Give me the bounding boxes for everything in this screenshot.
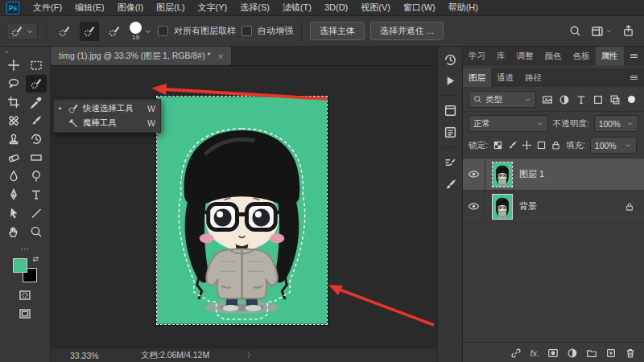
layer-style-button[interactable]: fx. bbox=[530, 348, 539, 358]
eyedropper-tool[interactable] bbox=[26, 93, 47, 111]
add-layer-mask-icon[interactable] bbox=[547, 348, 559, 359]
share-icon[interactable] bbox=[622, 25, 634, 37]
lock-artboard-icon[interactable] bbox=[536, 140, 547, 150]
tab-channels[interactable]: 通道 bbox=[491, 68, 519, 87]
tab-adjustments[interactable]: 调整 bbox=[511, 47, 539, 65]
brush-size-picker[interactable]: 19 bbox=[130, 22, 152, 41]
new-group-icon[interactable] bbox=[586, 348, 597, 359]
screen-mode-button[interactable] bbox=[19, 307, 31, 320]
hand-tool[interactable] bbox=[3, 223, 24, 241]
tab-libraries[interactable]: 库 bbox=[491, 47, 511, 65]
brush-tool[interactable] bbox=[26, 112, 47, 130]
blend-mode-dropdown[interactable]: 正常 bbox=[469, 115, 548, 132]
menu-file[interactable]: 文件(F) bbox=[27, 0, 68, 15]
line-tool[interactable] bbox=[26, 204, 47, 222]
panel-menu-icon[interactable] bbox=[629, 72, 644, 83]
foreground-color-swatch[interactable] bbox=[13, 258, 27, 273]
layer-name[interactable]: 背景 bbox=[519, 200, 537, 212]
history-panel-icon[interactable] bbox=[444, 53, 457, 67]
layer-thumbnail[interactable] bbox=[493, 162, 512, 187]
close-icon[interactable]: × bbox=[218, 51, 223, 61]
visibility-toggle[interactable] bbox=[463, 191, 485, 222]
sample-all-layers-checkbox[interactable] bbox=[158, 26, 168, 36]
path-selection-tool[interactable] bbox=[3, 204, 24, 222]
layer-name[interactable]: 图层 1 bbox=[519, 168, 544, 180]
fill-dropdown[interactable]: 100% bbox=[590, 137, 637, 154]
select-subject-button[interactable]: 选择主体 bbox=[310, 22, 365, 40]
tab-properties[interactable]: 属性 bbox=[596, 47, 624, 65]
select-and-mask-button[interactable]: 选择并遮住 ... bbox=[370, 22, 444, 40]
tab-paths[interactable]: 路径 bbox=[519, 68, 547, 87]
dodge-tool[interactable] bbox=[26, 167, 47, 185]
menu-window[interactable]: 窗口(W) bbox=[397, 0, 442, 15]
layer-row-background[interactable]: 背景 bbox=[463, 191, 644, 223]
visibility-toggle[interactable] bbox=[463, 158, 485, 190]
brush-settings-panel-icon[interactable] bbox=[444, 156, 457, 170]
crop-tool[interactable] bbox=[3, 93, 24, 111]
flyout-item-magic-wand[interactable]: 魔棒工具 W bbox=[54, 116, 160, 130]
menu-view[interactable]: 视图(V) bbox=[354, 0, 397, 15]
paragraph-panel-icon[interactable] bbox=[444, 125, 457, 139]
status-chevron[interactable]: 〉 bbox=[246, 350, 255, 361]
lock-all-icon[interactable] bbox=[551, 140, 561, 150]
blur-tool[interactable] bbox=[3, 167, 24, 185]
filter-shape-layers-icon[interactable] bbox=[592, 94, 604, 105]
opacity-dropdown[interactable]: 100% bbox=[594, 115, 638, 132]
link-layers-icon[interactable] bbox=[510, 348, 522, 359]
flyout-item-quick-selection[interactable]: • 快速选择工具 W bbox=[54, 101, 160, 116]
brushes-panel-icon[interactable] bbox=[444, 178, 457, 191]
canvas-pasteboard[interactable]: • 快速选择工具 W 魔棒工具 W bbox=[51, 66, 437, 348]
quick-mask-mode-button[interactable] bbox=[19, 289, 31, 302]
filter-type-layers-icon[interactable] bbox=[576, 94, 587, 105]
filter-pixel-layers-icon[interactable] bbox=[542, 94, 553, 105]
layer-filter-toggle[interactable] bbox=[628, 96, 635, 103]
tab-swatches[interactable]: 色板 bbox=[568, 47, 596, 65]
character-panel-icon[interactable] bbox=[444, 104, 457, 117]
healing-brush-tool[interactable] bbox=[3, 112, 24, 130]
layer-filter-type-dropdown[interactable]: 类型 bbox=[469, 91, 536, 108]
history-brush-tool[interactable] bbox=[26, 130, 47, 148]
swap-colors-icon[interactable]: ⇄ bbox=[32, 255, 39, 263]
workspace-switcher[interactable] bbox=[591, 25, 613, 38]
new-layer-icon[interactable] bbox=[605, 348, 617, 359]
layer-row-layer1[interactable]: 图层 1 bbox=[463, 158, 644, 191]
type-tool[interactable] bbox=[26, 186, 47, 204]
lock-position-icon[interactable] bbox=[522, 140, 532, 150]
tab-layers[interactable]: 图层 bbox=[463, 68, 491, 87]
toolbar-collapse-handle[interactable]: » bbox=[0, 49, 8, 55]
filter-adjustment-layers-icon[interactable] bbox=[559, 94, 570, 105]
tab-color[interactable]: 颜色 bbox=[539, 47, 568, 65]
edit-toolbar-button[interactable]: ⋯ bbox=[21, 244, 30, 254]
menu-type[interactable]: 文字(Y) bbox=[192, 0, 234, 15]
clone-stamp-tool[interactable] bbox=[3, 130, 24, 148]
search-icon[interactable] bbox=[569, 25, 581, 37]
menu-help[interactable]: 帮助(H) bbox=[442, 0, 485, 15]
quick-selection-tool[interactable] bbox=[26, 75, 47, 93]
auto-enhance-checkbox[interactable] bbox=[242, 26, 252, 36]
menu-select[interactable]: 选择(S) bbox=[233, 0, 276, 15]
delete-layer-icon[interactable] bbox=[625, 348, 636, 359]
gradient-tool[interactable] bbox=[26, 149, 47, 167]
pen-tool[interactable] bbox=[3, 186, 24, 204]
add-to-selection-button[interactable] bbox=[80, 22, 99, 41]
layer-thumbnail[interactable] bbox=[493, 195, 512, 219]
lasso-tool[interactable] bbox=[3, 75, 24, 93]
tool-preset-picker[interactable] bbox=[6, 23, 38, 40]
move-tool[interactable] bbox=[3, 56, 24, 74]
zoom-level-field[interactable]: 33.33% bbox=[70, 351, 118, 360]
subtract-from-selection-button[interactable] bbox=[105, 22, 124, 41]
canvas-image-with-selection[interactable] bbox=[156, 96, 328, 325]
new-selection-button[interactable] bbox=[55, 22, 74, 41]
actions-panel-icon[interactable] bbox=[444, 75, 456, 87]
menu-filter[interactable]: 滤镜(T) bbox=[276, 0, 318, 15]
rectangular-marquee-tool[interactable] bbox=[26, 56, 47, 74]
tab-learn[interactable]: 学习 bbox=[463, 47, 491, 65]
menu-layer[interactable]: 图层(L) bbox=[150, 0, 191, 15]
menu-edit[interactable]: 编辑(E) bbox=[68, 0, 111, 15]
lock-pixels-icon[interactable] bbox=[507, 140, 518, 150]
document-tab[interactable]: timg (1).jpg @ 33.3% (图层 1, RGB/8#) * × bbox=[51, 47, 232, 65]
eraser-tool[interactable] bbox=[3, 149, 24, 167]
filter-smart-objects-icon[interactable] bbox=[609, 94, 621, 105]
adjustment-layer-icon[interactable] bbox=[567, 348, 578, 359]
zoom-tool[interactable] bbox=[26, 223, 47, 241]
